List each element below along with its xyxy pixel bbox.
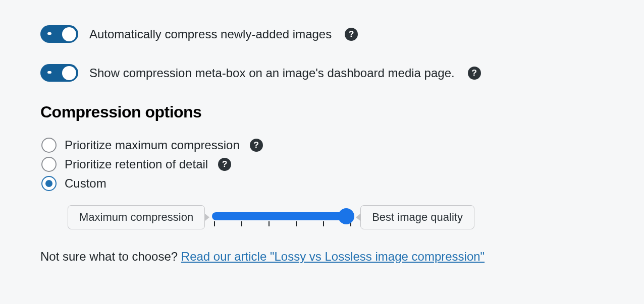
radio-custom[interactable]: [41, 176, 57, 191]
radio-retain-detail[interactable]: [41, 157, 57, 172]
slider-ticks: [212, 221, 353, 226]
section-title-compression-options: Compression options: [40, 103, 604, 121]
help-text: Not sure what to choose? Read our articl…: [40, 250, 604, 264]
help-icon[interactable]: ?: [250, 139, 263, 152]
help-icon[interactable]: ?: [345, 28, 358, 41]
setting-auto-compress: Automatically compress newly-added image…: [40, 25, 604, 43]
setting-show-metabox: Show compression meta-box on an image's …: [40, 64, 604, 82]
help-icon[interactable]: ?: [468, 67, 481, 80]
label-auto-compress: Automatically compress newly-added image…: [89, 27, 332, 41]
radio-row-max-compression: Prioritize maximum compression ?: [40, 138, 604, 153]
toggle-on-indicator: [47, 32, 51, 35]
radio-row-retain-detail: Prioritize retention of detail ?: [40, 157, 604, 172]
radio-max-compression[interactable]: [41, 138, 57, 153]
help-text-prefix: Not sure what to choose?: [40, 250, 181, 263]
label-show-metabox: Show compression meta-box on an image's …: [89, 66, 455, 80]
help-icon[interactable]: ?: [218, 158, 231, 171]
toggle-knob: [62, 27, 76, 41]
custom-slider: Maximum compression Best image quality: [68, 205, 604, 229]
radio-row-custom: Custom: [40, 176, 604, 191]
slider-thumb[interactable]: [338, 208, 354, 224]
toggle-auto-compress[interactable]: [40, 25, 78, 43]
radio-label-max-compression: Prioritize maximum compression: [65, 138, 240, 152]
slider-track-container: [212, 205, 353, 226]
toggle-show-metabox[interactable]: [40, 64, 78, 82]
slider-label-left: Maximum compression: [68, 205, 205, 229]
radio-label-custom: Custom: [65, 176, 106, 191]
toggle-knob: [62, 66, 76, 80]
slider-label-right: Best image quality: [360, 205, 474, 229]
slider-track[interactable]: [212, 212, 353, 220]
radio-label-retain-detail: Prioritize retention of detail: [65, 157, 208, 171]
toggle-on-indicator: [47, 71, 51, 74]
help-article-link[interactable]: Read our article "Lossy vs Lossless imag…: [181, 250, 485, 263]
